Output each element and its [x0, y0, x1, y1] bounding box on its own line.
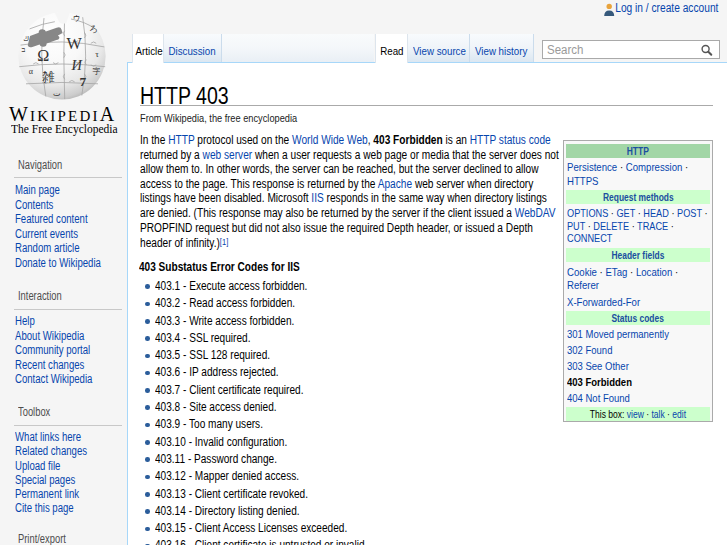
svg-text:雑: 雑 — [42, 70, 55, 84]
svg-text:ב: ב — [22, 45, 26, 54]
svg-text:τ: τ — [95, 49, 99, 59]
svg-text:И: И — [70, 57, 83, 73]
svg-text:字: 字 — [93, 67, 101, 76]
svg-text:7: 7 — [80, 74, 87, 89]
svg-text:W: W — [67, 35, 83, 53]
svg-text:ت: ت — [53, 89, 61, 98]
svg-text:ك: ك — [23, 35, 29, 43]
svg-text:Ω: Ω — [37, 47, 49, 65]
svg-text:ウ: ウ — [73, 14, 81, 23]
svg-text:ろ: ろ — [89, 24, 98, 34]
